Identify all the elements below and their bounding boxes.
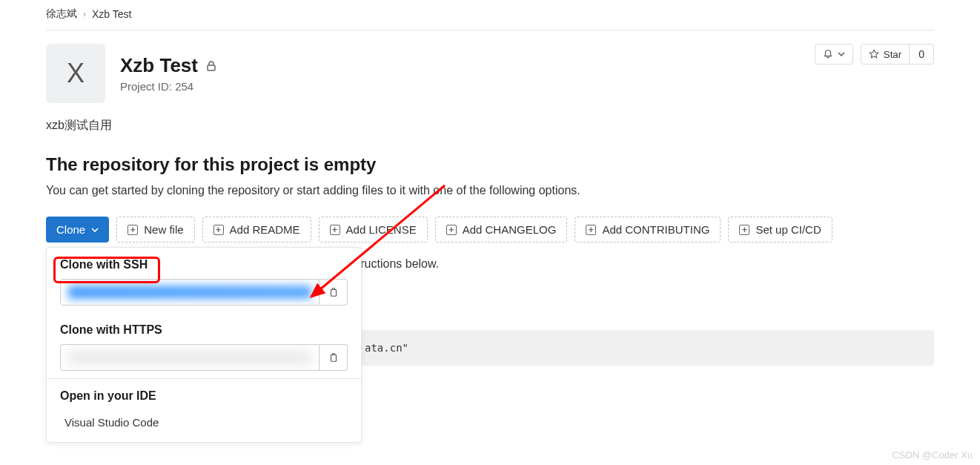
copy-https-button[interactable] xyxy=(320,344,348,371)
watermark: CSDN @Coder Xu xyxy=(892,449,973,461)
breadcrumb: 徐志斌 › Xzb Test xyxy=(46,7,934,30)
lock-icon xyxy=(205,60,217,72)
add-readme-button[interactable]: + Add README xyxy=(202,217,311,243)
https-url-input[interactable] xyxy=(60,344,320,371)
project-title: Xzb Test xyxy=(120,54,198,77)
ide-item-vscode[interactable]: Visual Studio Code xyxy=(60,413,348,432)
clone-label: Clone xyxy=(56,223,85,236)
clone-ssh-label: Clone with SSH xyxy=(60,258,348,271)
plus-icon: + xyxy=(739,225,749,235)
breadcrumb-owner[interactable]: 徐志斌 xyxy=(46,7,77,21)
add-contributing-button[interactable]: + Add CONTRIBUTING xyxy=(575,217,721,243)
new-file-button[interactable]: + New file xyxy=(116,217,194,243)
chevron-down-icon xyxy=(838,50,845,58)
project-id: Project ID: 254 xyxy=(120,80,217,93)
breadcrumb-project[interactable]: Xzb Test xyxy=(92,8,131,20)
star-label: Star xyxy=(884,49,901,60)
clipboard-icon xyxy=(328,352,339,363)
chevron-down-icon xyxy=(91,226,99,234)
plus-icon: + xyxy=(586,225,596,235)
svg-rect-2 xyxy=(331,355,336,362)
notification-button[interactable] xyxy=(815,44,853,65)
setup-cicd-button[interactable]: + Set up CI/CD xyxy=(728,217,832,243)
clone-button[interactable]: Clone xyxy=(46,217,109,243)
star-count[interactable]: 0 xyxy=(910,44,934,65)
empty-repo-title: The repository for this project is empty xyxy=(46,154,934,175)
chevron-right-icon: › xyxy=(83,9,86,19)
clone-https-label: Clone with HTTPS xyxy=(60,323,348,337)
empty-repo-subtitle: You can get started by cloning the repos… xyxy=(46,184,934,197)
bell-icon xyxy=(823,49,833,59)
star-icon xyxy=(869,49,879,59)
project-avatar: X xyxy=(46,44,105,103)
plus-icon: + xyxy=(330,225,340,235)
plus-icon: + xyxy=(446,225,457,235)
add-changelog-button[interactable]: + Add CHANGELOG xyxy=(435,217,568,243)
add-license-button[interactable]: + Add LICENSE xyxy=(319,217,428,243)
open-ide-label: Open in your IDE xyxy=(60,389,348,403)
plus-icon: + xyxy=(128,225,138,235)
copy-ssh-button[interactable] xyxy=(320,279,348,306)
svg-rect-0 xyxy=(208,65,215,70)
project-description: xzb测试自用 xyxy=(46,118,934,133)
star-button[interactable]: Star xyxy=(861,44,910,65)
clipboard-icon xyxy=(328,287,339,297)
plus-icon: + xyxy=(213,225,224,235)
ssh-url-input[interactable] xyxy=(60,279,320,306)
actions-row: Clone + New file + Add README + Add LICE… xyxy=(46,217,934,243)
svg-rect-1 xyxy=(331,290,336,297)
clone-dropdown: Clone with SSH Clone with HTTPS Open in … xyxy=(46,247,362,443)
